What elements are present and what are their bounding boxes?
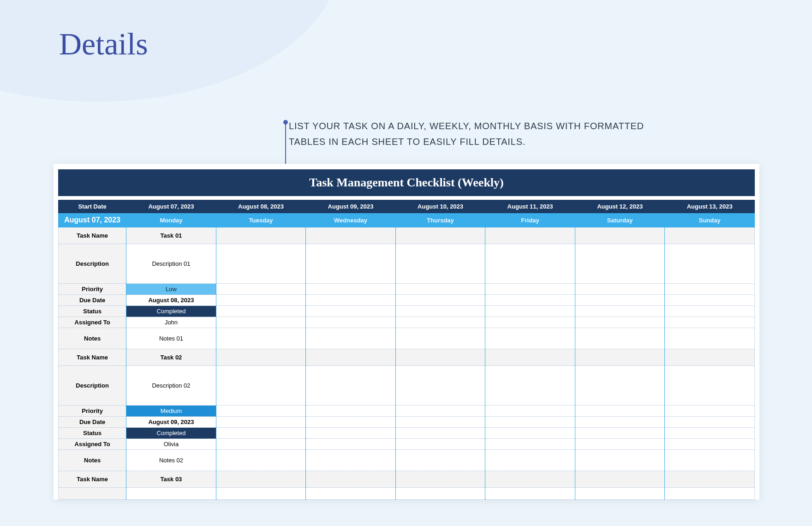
empty-cell[interactable] [216, 227, 306, 244]
empty-cell[interactable] [665, 227, 755, 244]
empty-cell[interactable] [306, 471, 396, 488]
empty-cell[interactable] [485, 227, 575, 244]
empty-cell[interactable] [216, 428, 306, 439]
empty-cell[interactable] [485, 317, 575, 328]
task-2-name[interactable]: Task 03 [126, 471, 216, 488]
empty-cell[interactable] [575, 488, 665, 500]
empty-cell[interactable] [126, 488, 216, 500]
empty-cell[interactable] [395, 417, 485, 428]
empty-cell[interactable] [665, 406, 755, 417]
empty-cell[interactable] [485, 366, 575, 406]
empty-cell[interactable] [395, 428, 485, 439]
empty-cell[interactable] [575, 317, 665, 328]
empty-cell[interactable] [216, 328, 306, 349]
empty-cell[interactable] [216, 295, 306, 306]
empty-cell[interactable] [395, 295, 485, 306]
task-0-notes[interactable]: Notes 01 [126, 328, 216, 349]
empty-cell[interactable] [665, 428, 755, 439]
empty-cell[interactable] [485, 295, 575, 306]
empty-cell[interactable] [575, 428, 665, 439]
empty-cell[interactable] [575, 439, 665, 450]
empty-cell[interactable] [485, 349, 575, 366]
empty-cell[interactable] [306, 306, 396, 317]
empty-cell[interactable] [306, 295, 396, 306]
empty-cell[interactable] [216, 244, 306, 284]
task-0-name[interactable]: Task 01 [126, 227, 216, 244]
empty-cell[interactable] [306, 227, 396, 244]
empty-cell[interactable] [395, 227, 485, 244]
task-0-priority[interactable]: Low [126, 284, 216, 295]
task-1-name[interactable]: Task 02 [126, 349, 216, 366]
empty-cell[interactable] [485, 428, 575, 439]
empty-cell[interactable] [485, 284, 575, 295]
empty-cell[interactable] [395, 488, 485, 500]
empty-cell[interactable] [306, 366, 396, 406]
task-0-description[interactable]: Description 01 [126, 244, 216, 284]
empty-cell[interactable] [485, 306, 575, 317]
empty-cell[interactable] [306, 450, 396, 471]
empty-cell[interactable] [485, 471, 575, 488]
empty-cell[interactable] [306, 488, 396, 500]
empty-cell[interactable] [485, 244, 575, 284]
empty-cell[interactable] [306, 328, 396, 349]
empty-cell[interactable] [306, 406, 396, 417]
empty-cell[interactable] [665, 328, 755, 349]
task-0-assigned-to[interactable]: John [126, 317, 216, 328]
empty-cell[interactable] [485, 439, 575, 450]
empty-cell[interactable] [665, 295, 755, 306]
empty-cell[interactable] [575, 450, 665, 471]
empty-cell[interactable] [665, 417, 755, 428]
empty-cell[interactable] [575, 366, 665, 406]
empty-cell[interactable] [395, 406, 485, 417]
empty-cell[interactable] [665, 471, 755, 488]
empty-cell[interactable] [395, 439, 485, 450]
empty-cell[interactable] [216, 471, 306, 488]
task-1-priority[interactable]: Medium [126, 406, 216, 417]
empty-cell[interactable] [665, 366, 755, 406]
empty-cell[interactable] [216, 406, 306, 417]
empty-cell[interactable] [665, 349, 755, 366]
empty-cell[interactable] [665, 306, 755, 317]
empty-cell[interactable] [665, 450, 755, 471]
empty-cell[interactable] [306, 284, 396, 295]
empty-cell[interactable] [485, 488, 575, 500]
empty-cell[interactable] [216, 284, 306, 295]
empty-cell[interactable] [575, 349, 665, 366]
empty-cell[interactable] [306, 417, 396, 428]
empty-cell[interactable] [216, 450, 306, 471]
task-1-description[interactable]: Description 02 [126, 366, 216, 406]
empty-cell[interactable] [575, 471, 665, 488]
empty-cell[interactable] [665, 284, 755, 295]
task-1-assigned-to[interactable]: Olivia [126, 439, 216, 450]
empty-cell[interactable] [575, 328, 665, 349]
empty-cell[interactable] [306, 244, 396, 284]
empty-cell[interactable] [216, 366, 306, 406]
empty-cell[interactable] [395, 284, 485, 295]
empty-cell[interactable] [395, 349, 485, 366]
empty-cell[interactable] [485, 328, 575, 349]
empty-cell[interactable] [306, 349, 396, 366]
empty-cell[interactable] [216, 306, 306, 317]
empty-cell[interactable] [665, 244, 755, 284]
empty-cell[interactable] [395, 317, 485, 328]
empty-cell[interactable] [395, 450, 485, 471]
empty-cell[interactable] [395, 306, 485, 317]
empty-cell[interactable] [216, 439, 306, 450]
empty-cell[interactable] [395, 366, 485, 406]
empty-cell[interactable] [575, 227, 665, 244]
empty-cell[interactable] [575, 406, 665, 417]
empty-cell[interactable] [216, 488, 306, 500]
empty-cell[interactable] [665, 439, 755, 450]
empty-cell[interactable] [575, 284, 665, 295]
empty-cell[interactable] [485, 417, 575, 428]
task-1-due-date[interactable]: August 09, 2023 [126, 417, 216, 428]
empty-cell[interactable] [665, 317, 755, 328]
task-1-notes[interactable]: Notes 02 [126, 450, 216, 471]
empty-cell[interactable] [306, 428, 396, 439]
empty-cell[interactable] [395, 244, 485, 284]
empty-cell[interactable] [306, 439, 396, 450]
task-0-due-date[interactable]: August 08, 2023 [126, 295, 216, 306]
empty-cell[interactable] [216, 349, 306, 366]
empty-cell[interactable] [306, 317, 396, 328]
empty-cell[interactable] [395, 328, 485, 349]
